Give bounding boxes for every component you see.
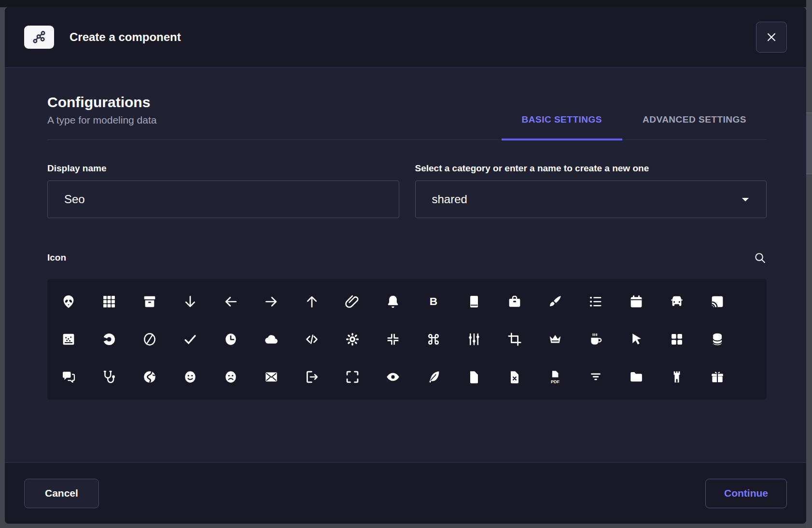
modal-title: Create a component: [70, 30, 756, 44]
backdrop-top-strip: [0, 0, 806, 7]
icon-grid: BPDF: [47, 279, 767, 400]
archive-icon[interactable]: [139, 291, 160, 312]
discuss-icon[interactable]: [58, 366, 79, 388]
create-component-modal: Create a component Configurations A type…: [5, 7, 806, 524]
bullet-list-icon[interactable]: [585, 291, 606, 312]
modal-header: Create a component: [5, 7, 806, 68]
component-icon: [24, 26, 54, 49]
page-subtitle: A type for modeling data: [47, 114, 156, 126]
code-icon[interactable]: [301, 329, 322, 350]
arrow-down-icon[interactable]: [180, 291, 201, 312]
fields-row: Display name Select a category or enter …: [47, 163, 767, 218]
search-icon: [753, 251, 767, 264]
book-icon[interactable]: [463, 291, 485, 312]
page-title: Configurations: [47, 94, 156, 111]
chart-bubble-icon[interactable]: [58, 329, 79, 350]
attachment-icon[interactable]: [342, 291, 363, 312]
arrow-up-icon[interactable]: [301, 291, 322, 312]
earth-icon[interactable]: [139, 366, 160, 388]
briefcase-icon[interactable]: [504, 291, 525, 312]
chart-circle-icon[interactable]: [98, 329, 120, 350]
page-scrollbar[interactable]: [806, 0, 812, 528]
gate-icon[interactable]: [666, 366, 687, 388]
envelope-icon[interactable]: [261, 366, 282, 388]
icon-label: Icon: [47, 252, 66, 263]
category-label: Select a category or enter a name to cre…: [415, 163, 767, 174]
chevron-down-icon: [739, 193, 752, 206]
exit-icon[interactable]: [301, 366, 322, 388]
tab-basic-settings[interactable]: BASIC SETTINGS: [502, 114, 622, 139]
svg-text:PDF: PDF: [551, 379, 560, 384]
cog-icon[interactable]: [342, 329, 363, 350]
scrollbar-thumb[interactable]: [806, 112, 812, 174]
file-icon[interactable]: [463, 366, 485, 388]
tabs: BASIC SETTINGSADVANCED SETTINGS: [502, 114, 767, 139]
crop-icon[interactable]: [504, 329, 525, 350]
emotion-happy-icon[interactable]: [180, 366, 201, 388]
search-button[interactable]: [753, 251, 767, 264]
svg-text:B: B: [430, 295, 437, 307]
filter-icon[interactable]: [585, 366, 606, 388]
expand-icon[interactable]: [342, 366, 363, 388]
eye-icon[interactable]: [382, 366, 404, 388]
database-icon[interactable]: [707, 329, 728, 350]
tab-advanced-settings[interactable]: ADVANCED SETTINGS: [622, 114, 767, 139]
section-header: Configurations A type for modeling data …: [47, 94, 767, 140]
cup-icon[interactable]: [585, 329, 606, 350]
emotion-unhappy-icon[interactable]: [220, 366, 241, 388]
close-icon: [765, 31, 778, 43]
command-icon[interactable]: [423, 329, 444, 350]
cast-icon[interactable]: [707, 291, 728, 312]
icon-row: Icon: [47, 251, 767, 264]
gift-icon[interactable]: [707, 366, 728, 388]
section-titles: Configurations A type for modeling data: [47, 94, 156, 139]
dashboard-icon[interactable]: [666, 329, 687, 350]
crown-icon[interactable]: [545, 329, 566, 350]
arrow-right-icon[interactable]: [261, 291, 282, 312]
chart-pie-icon[interactable]: [139, 329, 160, 350]
display-name-label: Display name: [47, 163, 399, 174]
cursor-icon[interactable]: [626, 329, 647, 350]
connector-icon[interactable]: [463, 329, 485, 350]
car-icon[interactable]: [666, 291, 687, 312]
continue-button[interactable]: Continue: [705, 479, 787, 508]
modal-body: Configurations A type for modeling data …: [5, 68, 806, 462]
close-button[interactable]: [756, 22, 787, 53]
file-pdf-icon[interactable]: PDF: [545, 366, 566, 388]
feather-icon[interactable]: [423, 366, 444, 388]
file-error-icon[interactable]: [504, 366, 525, 388]
bold-icon[interactable]: B: [423, 291, 444, 312]
doctor-icon[interactable]: [98, 366, 120, 388]
calendar-icon[interactable]: [626, 291, 647, 312]
apps-icon[interactable]: [98, 291, 120, 312]
brush-icon[interactable]: [545, 291, 566, 312]
alien-icon[interactable]: [58, 291, 79, 312]
cancel-button[interactable]: Cancel: [24, 479, 99, 508]
category-select[interactable]: shared: [415, 181, 767, 218]
modal-footer: Cancel Continue: [5, 462, 806, 524]
category-field: Select a category or enter a name to cre…: [415, 163, 767, 218]
display-name-input[interactable]: [47, 181, 399, 218]
folder-icon[interactable]: [626, 366, 647, 388]
check-icon[interactable]: [180, 329, 201, 350]
bell-icon[interactable]: [382, 291, 404, 312]
collapse-icon[interactable]: [382, 329, 404, 350]
clock-icon[interactable]: [220, 329, 241, 350]
category-select-value: shared: [432, 193, 467, 206]
display-name-field: Display name: [47, 163, 399, 218]
arrow-left-icon[interactable]: [220, 291, 241, 312]
cloud-icon[interactable]: [261, 329, 282, 350]
